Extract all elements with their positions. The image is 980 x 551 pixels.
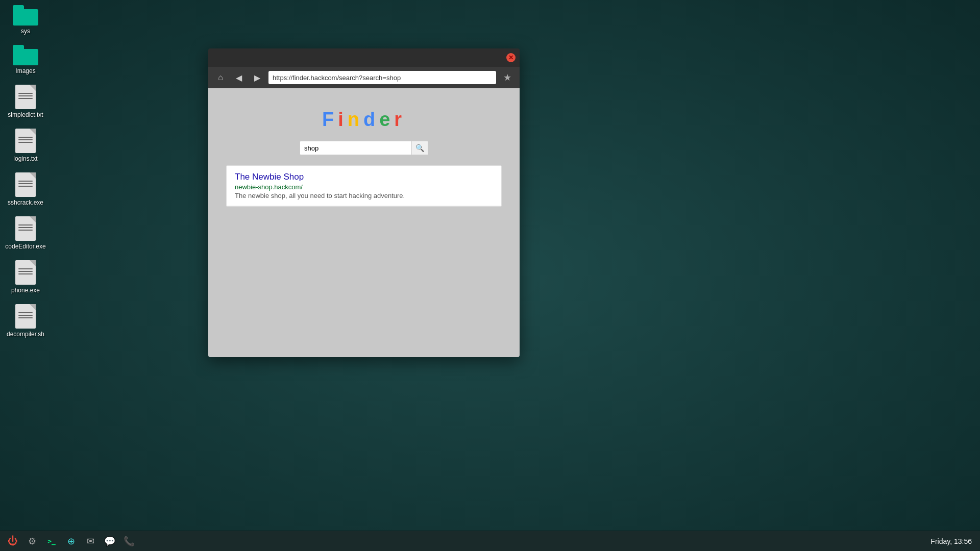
taskbar-icons: ⏻ ⚙ >_ ⊕ ✉ 💬 📞	[6, 535, 136, 548]
file-lines	[18, 93, 33, 101]
search-button[interactable]: 🔍	[412, 141, 428, 155]
phone-taskbar-icon[interactable]: 📞	[122, 535, 136, 548]
icon-label-sys: sys	[21, 28, 30, 35]
desktop-icon-phone[interactable]: phone.exe	[5, 260, 46, 294]
icon-label-sshcrack: sshcrack.exe	[8, 199, 43, 206]
browser-content: Finder 🔍 The Newbie Shop newbie-shop.hac…	[208, 88, 520, 357]
desktop-icon-sshcrack[interactable]: sshcrack.exe	[5, 172, 46, 206]
terminal-prompt: >_	[47, 537, 56, 545]
file-icon	[15, 304, 36, 329]
terminal-icon[interactable]: >_	[45, 535, 58, 548]
desktop-icon-decompiler[interactable]: decompiler.sh	[5, 304, 46, 338]
file-icon	[15, 216, 36, 241]
back-button[interactable]: ◀	[232, 70, 246, 85]
desktop-icon-simpledict[interactable]: simpledict.txt	[5, 85, 46, 118]
file-lines	[18, 137, 33, 144]
logo-letter-n: n	[348, 109, 363, 130]
file-icon	[15, 85, 36, 109]
finder-logo: Finder	[322, 109, 406, 131]
logo-letter-f: F	[322, 109, 338, 130]
logo-letter-d: d	[363, 109, 379, 130]
home-button[interactable]: ⌂	[213, 70, 228, 85]
close-button[interactable]: ✕	[506, 53, 516, 62]
search-result-item: The Newbie Shop newbie-shop.hackcom/ The…	[227, 166, 501, 206]
desktop-icon-sys[interactable]: sys	[5, 5, 46, 35]
file-icon	[15, 129, 36, 153]
file-lines	[18, 224, 33, 232]
result-url: newbie-shop.hackcom/	[235, 183, 493, 191]
file-lines	[18, 181, 33, 188]
result-description: The newbie shop, all you need to start h…	[235, 192, 493, 199]
forward-button[interactable]: ▶	[250, 70, 264, 85]
folder-icon	[13, 5, 38, 26]
search-results: The Newbie Shop newbie-shop.hackcom/ The…	[226, 165, 502, 207]
file-lines	[18, 268, 33, 276]
browser-titlebar: ✕	[208, 48, 520, 67]
browser-navbar: ⌂ ◀ ▶ ★	[208, 67, 520, 88]
file-lines	[18, 312, 33, 320]
icon-label-images: Images	[15, 67, 35, 74]
bookmark-button[interactable]: ★	[500, 70, 514, 85]
address-bar[interactable]	[268, 71, 496, 84]
search-bar: 🔍	[300, 141, 428, 155]
desktop-icons: sys Images simpledict.txt logins.txt ssh	[5, 5, 46, 338]
logo-letter-i: i	[338, 109, 348, 130]
logo-letter-e: e	[379, 109, 394, 130]
file-icon	[15, 260, 36, 285]
desktop-icon-codeeditor[interactable]: codeEditor.exe	[5, 216, 46, 250]
browser-window: ✕ ⌂ ◀ ▶ ★ Finder 🔍 The Newbie Shop newbi…	[208, 48, 520, 357]
icon-label-decompiler: decompiler.sh	[7, 331, 44, 338]
mail-icon[interactable]: ✉	[84, 535, 97, 548]
file-icon	[15, 172, 36, 197]
search-input[interactable]	[300, 141, 412, 155]
taskbar-clock: Friday, 13:56	[930, 537, 972, 545]
desktop-icon-logins[interactable]: logins.txt	[5, 129, 46, 162]
power-icon[interactable]: ⏻	[6, 535, 19, 548]
icon-label-codeeditor: codeEditor.exe	[5, 243, 45, 250]
result-title[interactable]: The Newbie Shop	[235, 172, 304, 182]
taskbar: ⏻ ⚙ >_ ⊕ ✉ 💬 📞 Friday, 13:56	[0, 531, 980, 551]
chat-icon[interactable]: 💬	[103, 535, 116, 548]
globe-icon[interactable]: ⊕	[64, 535, 78, 548]
icon-label-phone: phone.exe	[11, 287, 40, 294]
desktop-icon-images[interactable]: Images	[5, 45, 46, 74]
icon-label-simpledict: simpledict.txt	[8, 111, 43, 118]
settings-icon[interactable]: ⚙	[26, 535, 39, 548]
logo-letter-r: r	[394, 109, 406, 130]
folder-icon	[13, 45, 38, 65]
icon-label-logins: logins.txt	[13, 155, 37, 162]
